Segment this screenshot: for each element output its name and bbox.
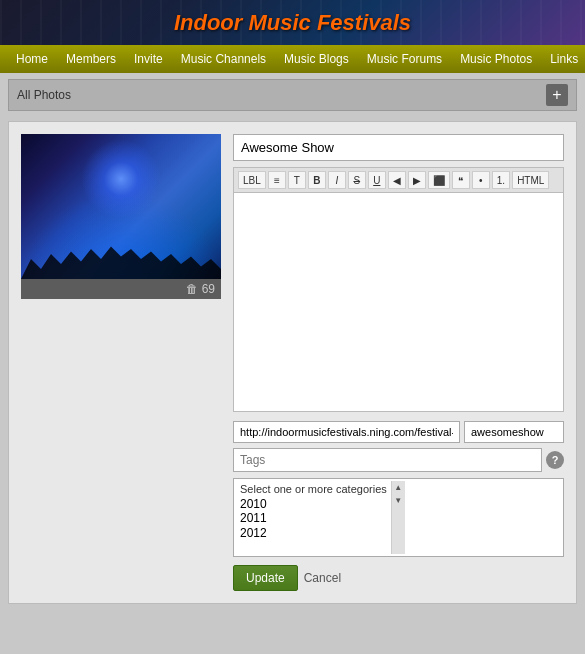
nav-item-music-channels[interactable]: Music Channels [173,48,274,70]
photo-lights [81,139,161,219]
bullet-btn[interactable]: • [472,171,490,189]
slug-input[interactable] [464,421,564,443]
url-row [233,421,564,443]
nav-item-invite[interactable]: Invite [126,48,171,70]
quote-btn[interactable]: ❝ [452,171,470,189]
align-right-btn[interactable]: ▶ [408,171,426,189]
title-input[interactable] [233,134,564,161]
categories-box: Select one or more categories 2010201120… [233,478,564,557]
editor-toolbar: LBL≡TBISU◀▶⬛❝•1.HTML [233,167,564,192]
delete-icon[interactable]: 🗑 [186,282,198,296]
ordered-btn[interactable]: 1. [492,171,510,189]
bold-btn[interactable]: B [308,171,326,189]
header-banner: Indoor Music Festivals [0,0,585,45]
justify-btn[interactable]: ⬛ [428,171,450,189]
tags-row: ? [233,448,564,472]
main-content: 🗑 69 LBL≡TBISU◀▶⬛❝•1.HTML ? [8,121,577,604]
add-button[interactable]: + [546,84,568,106]
nav-item-members[interactable]: Members [58,48,124,70]
photo-panel: 🗑 69 [21,134,221,591]
photo-image [21,134,221,279]
nav-item-music-blogs[interactable]: Music Blogs [276,48,357,70]
form-panel: LBL≡TBISU◀▶⬛❝•1.HTML ? Select one or mor… [233,134,564,591]
update-button[interactable]: Update [233,565,298,591]
url-prefix-input[interactable] [233,421,460,443]
categories-select[interactable]: 201020112012 [240,497,370,552]
scroll-down-icon[interactable]: ▼ [392,494,404,507]
categories-label-area: Select one or more categories 2010201120… [236,481,391,554]
strike-btn[interactable]: S [348,171,366,189]
photo-number: 69 [202,282,215,296]
site-title: Indoor Music Festivals [174,10,411,36]
text-btn[interactable]: T [288,171,306,189]
categories-scrollbar: ▲ ▼ [391,481,405,554]
cancel-link[interactable]: Cancel [304,571,341,585]
html-btn[interactable]: HTML [512,171,549,189]
categories-label: Select one or more categories [240,483,387,495]
nav-item-home[interactable]: Home [8,48,56,70]
nav-item-music-photos[interactable]: Music Photos [452,48,540,70]
align-left-btn[interactable]: ◀ [388,171,406,189]
photo-crowd [21,229,221,279]
lbl-btn[interactable]: LBL [238,171,266,189]
page-area: All Photos + 🗑 69 LBL≡TBISU◀▶⬛❝•1.HTML [0,73,585,654]
nav-item-music-forums[interactable]: Music Forums [359,48,450,70]
nav-item-links[interactable]: Links [542,48,585,70]
nav-bar: HomeMembersInviteMusic ChannelsMusic Blo… [0,45,585,73]
photo-toolbar: 🗑 69 [21,279,221,299]
tags-input[interactable] [233,448,542,472]
footer-buttons: Update Cancel [233,565,564,591]
all-photos-bar: All Photos + [8,79,577,111]
editor-textarea[interactable] [233,192,564,412]
all-photos-label: All Photos [17,88,71,102]
help-icon[interactable]: ? [546,451,564,469]
scroll-up-icon[interactable]: ▲ [392,481,404,494]
align-btn[interactable]: ≡ [268,171,286,189]
italic-btn[interactable]: I [328,171,346,189]
underline-btn[interactable]: U [368,171,386,189]
